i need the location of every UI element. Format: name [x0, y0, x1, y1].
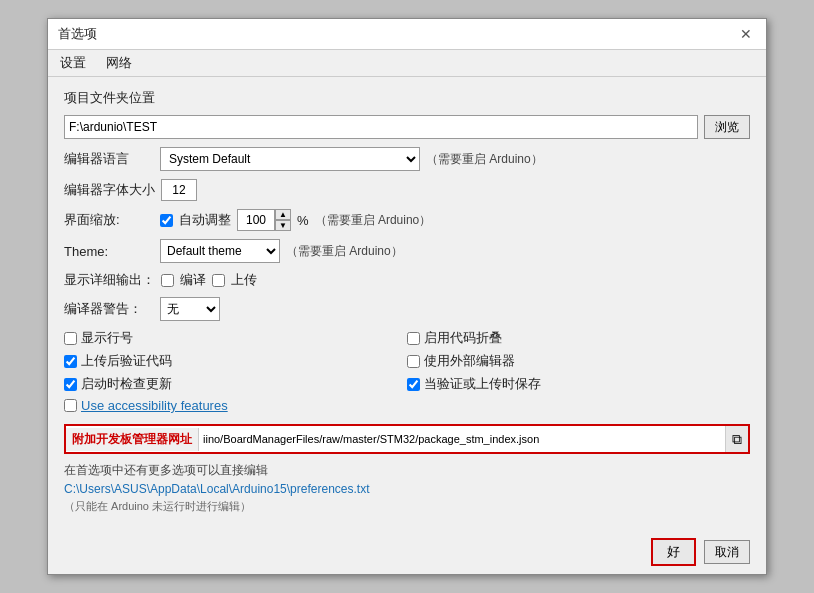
menu-bar: 设置 网络 — [48, 50, 766, 77]
code-fold-label: 启用代码折叠 — [424, 329, 502, 347]
verbose-label: 显示详细输出： — [64, 271, 155, 289]
lineno-checkbox[interactable] — [64, 332, 77, 345]
title-bar: 首选项 ✕ — [48, 19, 766, 50]
close-button[interactable]: ✕ — [736, 27, 756, 41]
checkboxes-left: 显示行号 上传后验证代码 启动时检查更新 Use accessibility f… — [64, 329, 407, 418]
pct-symbol: % — [297, 213, 309, 228]
info-note: （只能在 Arduino 未运行时进行编辑） — [64, 499, 750, 514]
lineno-label: 显示行号 — [81, 329, 133, 347]
check-row-update: 启动时检查更新 — [64, 375, 407, 393]
project-path-input[interactable] — [64, 115, 698, 139]
cancel-button[interactable]: 取消 — [704, 540, 750, 564]
verbose-upload-label: 上传 — [231, 271, 257, 289]
editor-lang-row: 编辑器语言 System Default （需要重启 Arduino） — [64, 147, 750, 171]
theme-label: Theme: — [64, 244, 154, 259]
bottom-bar: 好 取消 — [48, 532, 766, 574]
spinner-buttons: ▲ ▼ — [275, 209, 291, 231]
verify-label: 上传后验证代码 — [81, 352, 172, 370]
check-row-verify: 上传后验证代码 — [64, 352, 407, 370]
checkboxes-section: 显示行号 上传后验证代码 启动时检查更新 Use accessibility f… — [64, 329, 750, 418]
project-path-row: 项目文件夹位置 — [64, 89, 750, 107]
editor-lang-note: （需要重启 Arduino） — [426, 151, 543, 168]
dialog-title: 首选项 — [58, 25, 97, 43]
verbose-row: 显示详细输出： 编译 上传 — [64, 271, 750, 289]
url-input[interactable] — [199, 426, 725, 452]
checkboxes-right: 启用代码折叠 使用外部编辑器 当验证或上传时保存 — [407, 329, 750, 418]
ui-scale-note: （需要重启 Arduino） — [315, 212, 432, 229]
ok-button[interactable]: 好 — [651, 538, 696, 566]
ui-scale-pct-input[interactable] — [237, 209, 275, 231]
verbose-compile-label: 编译 — [180, 271, 206, 289]
accessibility-link[interactable]: Use accessibility features — [81, 398, 228, 413]
spinner-down-button[interactable]: ▼ — [275, 220, 291, 231]
accessibility-checkbox[interactable] — [64, 399, 77, 412]
compiler-warnings-label: 编译器警告： — [64, 300, 154, 318]
compiler-warnings-select[interactable]: 无 — [160, 297, 220, 321]
verbose-compile-checkbox[interactable] — [161, 274, 174, 287]
project-path-label: 项目文件夹位置 — [64, 89, 155, 107]
info-line1: 在首选项中还有更多选项可以直接编辑 — [64, 462, 750, 479]
check-row-accessibility: Use accessibility features — [64, 398, 407, 413]
save-on-verify-checkbox[interactable] — [407, 378, 420, 391]
url-label: 附加开发板管理器网址 — [66, 428, 199, 451]
theme-row: Theme: Default theme （需要重启 Arduino） — [64, 239, 750, 263]
ui-scale-label: 界面缩放: — [64, 211, 154, 229]
verbose-upload-checkbox[interactable] — [212, 274, 225, 287]
info-section: 在首选项中还有更多选项可以直接编辑 C:\Users\ASUS\AppData\… — [64, 462, 750, 514]
info-path[interactable]: C:\Users\ASUS\AppData\Local\Arduino15\pr… — [64, 482, 750, 496]
menu-network[interactable]: 网络 — [102, 53, 136, 73]
check-row-code-fold: 启用代码折叠 — [407, 329, 750, 347]
check-row-save-on-verify: 当验证或上传时保存 — [407, 375, 750, 393]
url-section: 附加开发板管理器网址 ⧉ — [64, 424, 750, 454]
check-row-lineno: 显示行号 — [64, 329, 407, 347]
editor-lang-label: 编辑器语言 — [64, 150, 154, 168]
spinner-up-button[interactable]: ▲ — [275, 209, 291, 220]
editor-font-row: 编辑器字体大小 — [64, 179, 750, 201]
preferences-dialog: 首选项 ✕ 设置 网络 项目文件夹位置 浏览 编辑器语言 System Defa… — [47, 18, 767, 575]
update-label: 启动时检查更新 — [81, 375, 172, 393]
ui-scale-auto-checkbox[interactable] — [160, 214, 173, 227]
compiler-warnings-row: 编译器警告： 无 — [64, 297, 750, 321]
ext-editor-label: 使用外部编辑器 — [424, 352, 515, 370]
theme-note: （需要重启 Arduino） — [286, 243, 403, 260]
check-row-ext-editor: 使用外部编辑器 — [407, 352, 750, 370]
save-on-verify-label: 当验证或上传时保存 — [424, 375, 541, 393]
ui-scale-spinner: ▲ ▼ — [237, 209, 291, 231]
code-fold-checkbox[interactable] — [407, 332, 420, 345]
project-path-input-row: 浏览 — [64, 115, 750, 139]
menu-settings[interactable]: 设置 — [56, 53, 90, 73]
editor-lang-select[interactable]: System Default — [160, 147, 420, 171]
theme-select[interactable]: Default theme — [160, 239, 280, 263]
editor-font-label: 编辑器字体大小 — [64, 181, 155, 199]
url-icon-button[interactable]: ⧉ — [725, 426, 748, 452]
editor-font-input[interactable] — [161, 179, 197, 201]
browse-button[interactable]: 浏览 — [704, 115, 750, 139]
content-area: 项目文件夹位置 浏览 编辑器语言 System Default （需要重启 Ar… — [48, 77, 766, 532]
verify-checkbox[interactable] — [64, 355, 77, 368]
ui-scale-auto-label: 自动调整 — [179, 211, 231, 229]
ui-scale-row: 界面缩放: 自动调整 ▲ ▼ % （需要重启 Arduino） — [64, 209, 750, 231]
update-checkbox[interactable] — [64, 378, 77, 391]
ext-editor-checkbox[interactable] — [407, 355, 420, 368]
